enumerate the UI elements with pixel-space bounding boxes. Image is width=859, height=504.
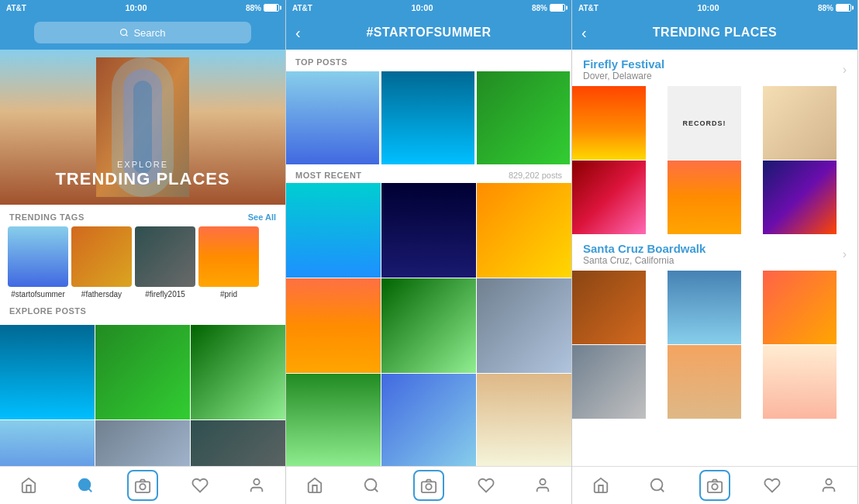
- top-post-1[interactable]: [381, 71, 474, 164]
- search-nav[interactable]: [68, 468, 102, 502]
- sc-photo-4[interactable]: [668, 345, 741, 419]
- profile-nav[interactable]: [240, 468, 274, 502]
- place-santa-cruz-name: Santa Cruz Boardwalk: [583, 242, 705, 255]
- santa-cruz-chevron-icon: ›: [843, 247, 847, 261]
- post-2[interactable]: [191, 325, 285, 419]
- place-firefly-location: Dover, Delaware: [583, 71, 664, 81]
- top-posts-header: TOP POSTS: [286, 50, 571, 71]
- recent-posts-grid: [286, 183, 571, 466]
- firefly-photo-5[interactable]: [763, 161, 837, 234]
- bottom-nav-3: [572, 466, 857, 504]
- post-0[interactable]: [0, 325, 95, 419]
- time-2: 10:00: [411, 3, 433, 12]
- recent-4[interactable]: [381, 278, 476, 373]
- sc-photo-5[interactable]: [763, 345, 837, 419]
- time-3: 10:00: [697, 3, 719, 12]
- search-icon: [119, 28, 129, 37]
- search-input-wrap[interactable]: Search: [34, 22, 251, 43]
- battery-2: 88%: [532, 4, 565, 12]
- camera-nav-3[interactable]: [698, 468, 732, 502]
- place-firefly-header: Firefly Festival Dover, Delaware ›: [572, 50, 857, 86]
- top-post-0[interactable]: [286, 71, 379, 164]
- most-recent-header: MOST RECENT 829,202 posts: [286, 164, 571, 183]
- back-button-3[interactable]: ‹: [581, 24, 587, 42]
- svg-line-7: [89, 488, 92, 492]
- firefly-photo-4[interactable]: [668, 161, 741, 234]
- svg-point-6: [79, 479, 91, 491]
- see-all-button[interactable]: See All: [248, 212, 276, 222]
- carrier-1: AT&T: [6, 4, 26, 12]
- svg-point-15: [540, 479, 546, 485]
- recent-0[interactable]: [286, 183, 381, 278]
- status-bar-1: AT&T 10:00 88%: [0, 0, 285, 16]
- status-bar-3: AT&T 10:00 88%: [572, 0, 857, 16]
- trending-places-content: Firefly Festival Dover, Delaware › RECOR…: [572, 50, 857, 466]
- panel-trending-places: AT&T 10:00 88% ‹ TRENDING PLACES Firefly…: [572, 0, 858, 504]
- place-firefly[interactable]: Firefly Festival Dover, Delaware › RECOR…: [572, 50, 857, 234]
- camera-nav[interactable]: [126, 468, 160, 502]
- recent-3[interactable]: [286, 278, 381, 373]
- heart-nav-2[interactable]: [469, 468, 503, 502]
- heart-nav[interactable]: [183, 468, 217, 502]
- tag-item-2[interactable]: #firefly2015: [133, 226, 197, 299]
- hero-banner: EXPLORE TRENDING PLACES: [0, 50, 285, 205]
- svg-point-20: [826, 479, 832, 485]
- heart-nav-3[interactable]: [755, 468, 789, 502]
- tag-label-0: #startofsummer: [11, 290, 64, 299]
- recent-8[interactable]: [477, 374, 571, 466]
- carrier-2: AT&T: [292, 4, 312, 12]
- top-post-2[interactable]: [477, 71, 570, 164]
- svg-point-11: [365, 479, 377, 491]
- post-4[interactable]: [95, 420, 190, 466]
- most-recent-label: MOST RECENT: [295, 171, 362, 180]
- firefly-photo-0[interactable]: [572, 86, 646, 160]
- profile-nav-3[interactable]: [812, 468, 846, 502]
- tag-thumb-0: [8, 226, 68, 287]
- post-1[interactable]: [95, 325, 190, 419]
- back-button-2[interactable]: ‹: [295, 24, 301, 42]
- home-nav-3[interactable]: [584, 468, 618, 502]
- sc-photo-1[interactable]: [668, 271, 741, 344]
- home-nav-2[interactable]: [298, 468, 332, 502]
- post-3[interactable]: [0, 420, 95, 466]
- tag-item-1[interactable]: #fathersday: [70, 226, 133, 299]
- recent-7[interactable]: [381, 374, 476, 466]
- firefly-photo-2[interactable]: [763, 86, 837, 160]
- svg-point-19: [712, 484, 717, 489]
- profile-nav-2[interactable]: [526, 468, 560, 502]
- bottom-nav-2: [286, 466, 571, 504]
- svg-point-10: [254, 479, 260, 485]
- search-nav-2[interactable]: [354, 468, 388, 502]
- svg-point-0: [121, 29, 127, 36]
- hashtag-content: TOP POSTS MOST RECENT 829,202 posts: [286, 50, 571, 466]
- post-5[interactable]: [191, 420, 285, 466]
- sc-photo-2[interactable]: [763, 271, 837, 344]
- trending-tags-header: TRENDING TAGS See All: [0, 205, 285, 226]
- tag-label-3: #prid: [220, 290, 237, 299]
- explore-content: EXPLORE TRENDING PLACES TRENDING TAGS Se…: [0, 50, 285, 466]
- firefly-photo-3[interactable]: [572, 161, 646, 234]
- nav-title-2: #STARTOFSUMMER: [366, 26, 491, 40]
- tag-item-3[interactable]: #prid: [197, 226, 260, 299]
- recent-1[interactable]: [381, 183, 476, 278]
- nav-bar-3: ‹ TRENDING PLACES: [572, 16, 857, 50]
- camera-nav-2[interactable]: [412, 468, 446, 502]
- firefly-photos-grid: RECORDS!: [572, 86, 857, 234]
- battery-1: 88%: [246, 4, 279, 12]
- place-santa-cruz[interactable]: Santa Cruz Boardwalk Santa Cruz, Califor…: [572, 234, 857, 419]
- recent-6[interactable]: [286, 374, 381, 466]
- top-posts-label: TOP POSTS: [295, 57, 347, 67]
- panel-explore: AT&T 10:00 88% Search: [0, 0, 286, 504]
- firefly-photo-1[interactable]: RECORDS!: [668, 86, 741, 160]
- search-nav-3[interactable]: [640, 468, 674, 502]
- tag-item-0[interactable]: #startofsummer: [6, 226, 70, 299]
- sc-photo-3[interactable]: [572, 345, 646, 419]
- search-placeholder: Search: [133, 27, 165, 39]
- recent-5[interactable]: [477, 278, 571, 373]
- sc-photo-0[interactable]: [572, 271, 646, 344]
- post-count: 829,202 posts: [509, 171, 562, 180]
- place-firefly-name: Firefly Festival: [583, 57, 664, 71]
- explore-posts-label: EXPLORE POSTS: [9, 306, 86, 316]
- recent-2[interactable]: [477, 183, 571, 278]
- home-nav[interactable]: [12, 468, 46, 502]
